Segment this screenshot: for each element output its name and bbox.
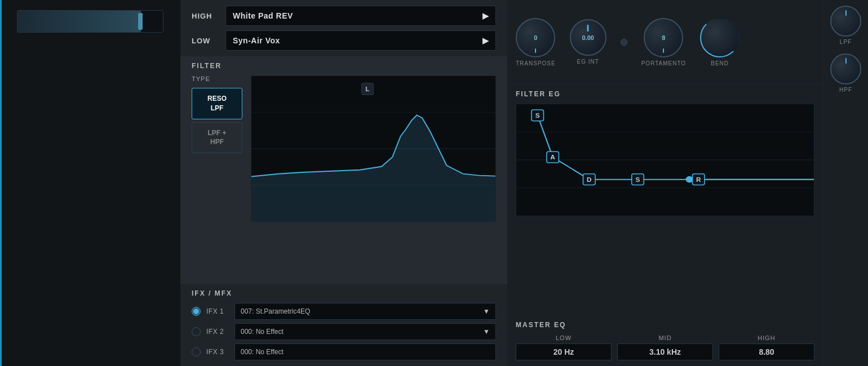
slider-fill — [17, 11, 141, 32]
filter-graph[interactable]: L — [251, 75, 496, 222]
right-panel: 0 TRANSPOSE 0.00 EG INT 8 PORTAMENTO — [507, 0, 823, 366]
hpf-label: HPF — [839, 87, 852, 93]
bend-label: BEND — [711, 60, 729, 66]
hpf-knob-group: HPF — [830, 53, 861, 93]
low-label: LOW — [192, 37, 217, 45]
high-low-section: HIGH White Pad REV ▶ LOW Syn-Air Vox ▶ — [180, 0, 507, 56]
ifx-row-2: IFX 2 000: No Effect ▼ — [192, 323, 496, 340]
filter-graph-l-marker: L — [361, 83, 374, 95]
master-eq-title: MASTER EQ — [516, 321, 814, 329]
eq-low-box: LOW 20 Hz — [516, 334, 612, 360]
portamento-tick — [663, 48, 664, 53]
portamento-group: 8 PORTAMENTO — [641, 18, 686, 66]
ifx-section: IFX / MFX IFX 1 007: St.Parametric4EQ ▼ … — [180, 284, 507, 366]
ifx1-label: IFX 1 — [206, 307, 229, 315]
low-patch-row: LOW Syn-Air Vox ▶ — [192, 30, 496, 51]
transpose-label: TRANSPOSE — [516, 60, 556, 66]
bend-group: BEND — [700, 18, 739, 66]
eg-int-indicator — [587, 25, 589, 32]
filter-section: FILTER TYPE RESOLPF LPF +HPF — [180, 56, 507, 284]
ifx3-selector[interactable]: 000: No Effect — [234, 343, 496, 360]
top-knobs-row: 0 TRANSPOSE 0.00 EG INT 8 PORTAMENTO — [507, 0, 823, 84]
filter-content: TYPE RESOLPF LPF +HPF L — [192, 75, 496, 222]
ifx-row-3: IFX 3 000: No Effect — [192, 343, 496, 360]
hpf-tick — [845, 58, 847, 64]
svg-text:S: S — [636, 176, 640, 182]
bend-knob[interactable] — [700, 18, 739, 57]
ifx2-arrow: ▼ — [483, 328, 490, 336]
transpose-knob[interactable]: 0 — [516, 18, 555, 57]
filter-eg-title: FILTER EG — [516, 90, 814, 98]
left-panel — [0, 0, 180, 366]
type-label: TYPE — [192, 75, 242, 82]
ifx1-radio[interactable] — [192, 307, 201, 316]
eg-int-group: 0.00 EG INT — [570, 19, 606, 65]
svg-point-14 — [686, 176, 693, 183]
main-slider-track[interactable] — [17, 10, 163, 33]
eq-high-box: HIGH 8.80 — [719, 334, 814, 360]
portamento-knob[interactable]: 8 — [644, 18, 683, 57]
eq-values-row: LOW 20 Hz MID 3.10 kHz HIGH 8.80 — [516, 334, 814, 360]
ifx3-value: 000: No Effect — [241, 348, 284, 356]
master-eq-section: MASTER EQ LOW 20 Hz MID 3.10 kHz HIGH 8.… — [507, 315, 823, 366]
slider-area — [0, 0, 180, 366]
transpose-value: 0 — [534, 34, 537, 41]
high-patch-name: White Pad REV — [233, 11, 293, 20]
hpf-knob[interactable] — [830, 53, 861, 84]
ifx2-value: 000: No Effect — [241, 328, 284, 336]
lpf-label: LPF — [840, 39, 852, 45]
filter-eg-graph[interactable]: S A D S R — [516, 104, 814, 216]
ifx2-radio[interactable] — [192, 327, 201, 336]
transpose-tick — [535, 48, 536, 53]
ifx3-radio[interactable] — [192, 347, 201, 356]
svg-text:R: R — [696, 176, 701, 182]
low-patch-selector[interactable]: Syn-Air Vox ▶ — [225, 30, 496, 51]
eq-low-value[interactable]: 20 Hz — [516, 343, 612, 360]
left-accent-bar — [0, 0, 2, 366]
ifx2-selector[interactable]: 000: No Effect ▼ — [234, 323, 496, 340]
eq-high-label: HIGH — [758, 334, 776, 341]
filter-btn-lpf-hpf[interactable]: LPF +HPF — [192, 122, 242, 154]
portamento-value: 8 — [662, 34, 665, 41]
led-indicator — [621, 39, 627, 46]
lpf-knob-group: LPF — [830, 6, 861, 45]
high-patch-selector[interactable]: White Pad REV ▶ — [225, 6, 496, 26]
svg-text:D: D — [587, 176, 592, 182]
filter-title: FILTER — [192, 62, 496, 70]
middle-panel: HIGH White Pad REV ▶ LOW Syn-Air Vox ▶ F… — [180, 0, 507, 366]
ifx1-selector[interactable]: 007: St.Parametric4EQ ▼ — [234, 303, 496, 320]
eg-int-label: EG INT — [577, 59, 599, 65]
high-patch-arrow: ▶ — [482, 11, 489, 20]
low-patch-arrow: ▶ — [482, 36, 489, 45]
filter-type-column: TYPE RESOLPF LPF +HPF — [192, 75, 242, 222]
filter-eg-section: FILTER EG S A — [507, 84, 823, 315]
eq-high-value[interactable]: 8.80 — [719, 343, 814, 360]
high-label: HIGH — [192, 12, 217, 20]
svg-text:A: A — [550, 154, 555, 160]
ifx-rows: IFX 1 007: St.Parametric4EQ ▼ IFX 2 000:… — [192, 303, 496, 360]
lpf-knob[interactable] — [830, 6, 861, 37]
ifx2-label: IFX 2 — [206, 328, 229, 336]
eq-low-label: LOW — [556, 334, 572, 341]
filter-btn-reso-lpf[interactable]: RESOLPF — [192, 88, 242, 119]
low-patch-name: Syn-Air Vox — [233, 36, 280, 45]
ifx3-label: IFX 3 — [206, 348, 229, 356]
high-patch-row: HIGH White Pad REV ▶ — [192, 6, 496, 26]
ifx-title: IFX / MFX — [192, 289, 496, 297]
eg-int-value: 0.00 — [582, 34, 594, 41]
transpose-group: 0 TRANSPOSE — [516, 18, 556, 66]
lpf-tick — [845, 10, 847, 16]
ifx1-arrow: ▼ — [483, 307, 490, 315]
eg-int-knob[interactable]: 0.00 — [570, 19, 606, 56]
eq-mid-value[interactable]: 3.10 kHz — [617, 343, 713, 360]
ifx-row-1: IFX 1 007: St.Parametric4EQ ▼ — [192, 303, 496, 320]
eq-mid-label: MID — [658, 334, 671, 341]
ifx1-value: 007: St.Parametric4EQ — [241, 307, 310, 315]
slider-thumb[interactable] — [138, 13, 143, 30]
far-right-partial: LPF HPF — [823, 0, 868, 366]
svg-text:S: S — [535, 112, 540, 118]
portamento-label: PORTAMENTO — [641, 60, 686, 66]
eq-mid-box: MID 3.10 kHz — [617, 334, 713, 360]
